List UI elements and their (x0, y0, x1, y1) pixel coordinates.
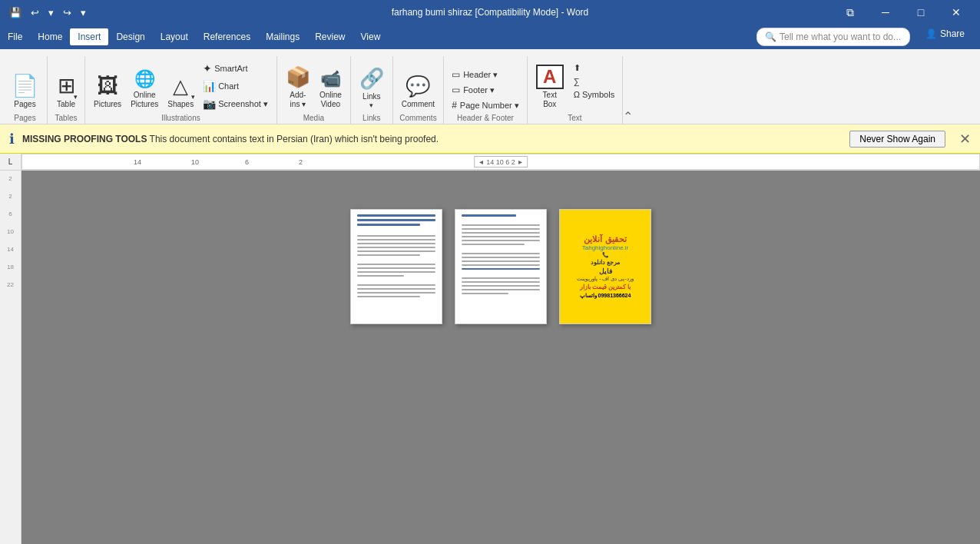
comment-button[interactable]: 💬 Comment (398, 71, 439, 112)
thumb2-line14 (462, 281, 540, 283)
menu-mailings[interactable]: Mailings (258, 28, 307, 45)
menu-review[interactable]: Review (307, 28, 353, 45)
shapes-button[interactable]: △ Shapes ▾ (164, 71, 197, 112)
notification-icon: ℹ (9, 131, 15, 148)
thumb2-line16 (462, 289, 540, 290)
links-button[interactable]: 🔗 Links ▾ (356, 64, 388, 112)
restore-app-icon[interactable]: ⧉ (833, 0, 868, 25)
menu-layout[interactable]: Layout (153, 28, 196, 45)
thumb1-line5 (357, 239, 435, 240)
document-thumbnails: تحقیق آنلاین Tahghighonline.ir 📞 مرجع دا… (350, 209, 651, 324)
thumb1-line1 (357, 214, 435, 217)
online-pictures-button[interactable]: 🌐 OnlinePictures (127, 66, 162, 112)
menu-references[interactable]: References (196, 28, 258, 45)
screenshot-label: Screenshot ▾ (218, 99, 268, 109)
share-label: Share (940, 28, 965, 39)
tables-group-label: Tables (52, 112, 80, 124)
customize-icon[interactable]: ▾ (78, 5, 89, 20)
comments-items: 💬 Comment (398, 58, 439, 112)
text-sub-btn-1[interactable]: ⬆ (571, 61, 617, 75)
v-ruler-num-14: 14 (7, 246, 14, 253)
thumb1-line2 (357, 219, 435, 221)
close-button[interactable]: ✕ (939, 0, 974, 25)
window-title: farhang bumi shiraz [Compatibility Mode]… (392, 7, 589, 18)
title-bar: 💾 ↩ ▾ ↪ ▾ farhang bumi shiraz [Compatibi… (0, 0, 980, 25)
footer-icon: ▭ (452, 85, 460, 95)
pictures-button[interactable]: 🖼 Pictures (90, 70, 125, 112)
thumb2-line6 (462, 240, 540, 241)
thumb1-line7 (357, 247, 435, 248)
thumb2-line10 (462, 260, 540, 262)
horizontal-ruler-area: L 14 10 6 2 ◂ 14 10 6 2 ▸ (0, 154, 980, 171)
tell-me-input[interactable]: 🔍 Tell me what you want to do... (757, 28, 910, 46)
notification-close-button[interactable]: ✕ (959, 131, 971, 148)
thumb2-line12 (462, 268, 540, 270)
thumb2-content (455, 210, 546, 299)
comment-icon: 💬 (406, 75, 430, 98)
thumb3-ad-content: تحقیق آنلاین Tahghighonline.ir 📞 مرجع دا… (560, 210, 651, 323)
pages-items: 📄 Pages (8, 58, 42, 112)
never-show-again-button[interactable]: Never Show Again (849, 131, 945, 148)
symbols-icon: Ω (574, 90, 580, 99)
links-icon: 🔗 (359, 67, 384, 91)
symbols-button[interactable]: Ω Symbols (571, 88, 617, 101)
tables-items: ⊞ Table ▾ (52, 58, 80, 112)
notification-text: MISSING PROOFING TOOLS This document con… (22, 134, 842, 144)
shapes-dropdown-icon: ▾ (191, 93, 195, 101)
ad-title: تحقیق آنلاین (584, 234, 626, 244)
menu-home[interactable]: Home (30, 28, 70, 45)
undo-icon[interactable]: ↩ (28, 5, 42, 20)
textbox-button[interactable]: A TextBox (532, 61, 568, 112)
menu-design[interactable]: Design (108, 28, 152, 45)
hf-items-wrap: ▭ Header ▾ ▭ Footer ▾ # Page Number ▾ (449, 58, 522, 112)
v-ruler-num-18: 18 (7, 264, 14, 270)
online-video-button[interactable]: 📹 OnlineVideo (316, 66, 346, 112)
ruler-arrow-right[interactable]: ▸ (518, 158, 522, 166)
text-sub-icon-1: ⬆ (574, 63, 581, 73)
ruler-arrow-left[interactable]: ◂ (479, 158, 483, 166)
thumb1-line14 (357, 284, 435, 286)
undo-dropdown-icon[interactable]: ▾ (45, 5, 57, 20)
screenshot-button[interactable]: 📷 Screenshot ▾ (199, 95, 272, 112)
share-button[interactable]: 👤 Share (916, 24, 974, 44)
chart-button[interactable]: 📊 Chart (199, 78, 272, 95)
text-sub-area: ⬆ ∑ Ω Symbols (571, 61, 617, 101)
minimize-button[interactable]: ─ (868, 0, 903, 25)
thumb2-spacer1 (462, 219, 540, 222)
pictures-icon: 🖼 (97, 73, 118, 98)
pages-button[interactable]: 📄 Pages (8, 70, 42, 112)
links-label: Links (363, 92, 380, 101)
smartart-button[interactable]: ✦ SmartArt (199, 60, 272, 77)
document-thumbnail-1[interactable] (350, 209, 442, 324)
redo-icon[interactable]: ↪ (60, 5, 74, 20)
ruler-corner[interactable]: L (0, 154, 22, 170)
ribbon-group-comments: 💬 Comment Comments (393, 56, 444, 124)
footer-button[interactable]: ▭ Footer ▾ (449, 83, 522, 97)
menu-insert[interactable]: Insert (70, 28, 108, 45)
illustrations-group-label: Illustrations (90, 112, 272, 124)
header-icon: ▭ (452, 69, 460, 80)
online-video-icon: 📹 (320, 69, 341, 89)
table-button[interactable]: ⊞ Table ▾ (52, 70, 80, 112)
vertical-ruler: 2 2 6 10 14 18 22 (0, 171, 22, 544)
text-group-label: Text (532, 112, 617, 124)
document-thumbnail-3[interactable]: تحقیق آنلاین Tahghighonline.ir 📞 مرجع دا… (559, 209, 651, 324)
document-thumbnail-2[interactable] (455, 209, 547, 324)
page-number-button[interactable]: # Page Number ▾ (449, 98, 522, 112)
menu-file[interactable]: File (0, 28, 30, 45)
header-button[interactable]: ▭ Header ▾ (449, 68, 522, 81)
menu-view[interactable]: View (353, 28, 389, 45)
save-icon[interactable]: 💾 (6, 5, 25, 20)
text-sub-btn-2[interactable]: ∑ (571, 75, 617, 88)
ribbon-group-illustrations: 🖼 Pictures 🌐 OnlinePictures △ Shapes ▾ ✦… (85, 56, 277, 124)
ad-emoji: 📞 (602, 252, 609, 258)
notification-bold: MISSING PROOFING TOOLS (22, 134, 147, 144)
addins-button[interactable]: 📦 Add-ins ▾ (282, 62, 314, 112)
thumb1-line6 (357, 243, 435, 244)
thumb1-line13 (357, 275, 404, 277)
thumb1-line16 (357, 292, 435, 294)
thumb2-line15 (462, 285, 540, 287)
restore-button[interactable]: □ (903, 0, 939, 25)
ribbon-collapse-button[interactable]: ⌃ (623, 109, 633, 124)
pages-group-label: Pages (8, 112, 42, 124)
